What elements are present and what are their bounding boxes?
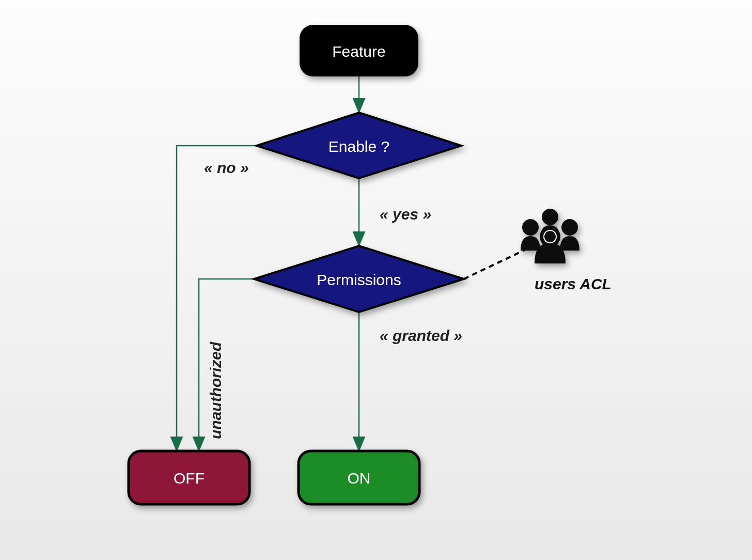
node-enable: Enable ? xyxy=(257,113,461,178)
svg-point-7 xyxy=(542,209,558,225)
node-on: ON xyxy=(299,451,419,504)
node-off-label: OFF xyxy=(174,470,205,487)
svg-point-8 xyxy=(540,226,560,247)
node-feature-label: Feature xyxy=(332,43,385,60)
edge-permissions-users xyxy=(464,250,526,279)
edge-label-no: « no » xyxy=(204,159,249,176)
flowchart-canvas: Feature Enable ? Permissions OFF ON « no… xyxy=(0,0,752,560)
node-on-label: ON xyxy=(348,470,371,487)
users-acl-label: users ACL xyxy=(535,275,612,292)
edge-label-yes: « yes » xyxy=(380,206,431,223)
node-feature: Feature xyxy=(300,25,418,76)
svg-point-5 xyxy=(522,219,539,236)
node-permissions: Permissions xyxy=(254,246,464,312)
users-group-icon xyxy=(521,209,579,263)
node-permissions-label: Permissions xyxy=(317,271,401,288)
svg-point-6 xyxy=(561,219,578,236)
node-off: OFF xyxy=(129,451,249,504)
node-enable-label: Enable ? xyxy=(328,138,389,155)
edge-label-unauthorized: unauthorized xyxy=(207,341,224,439)
edge-label-granted: « granted » xyxy=(380,327,462,344)
